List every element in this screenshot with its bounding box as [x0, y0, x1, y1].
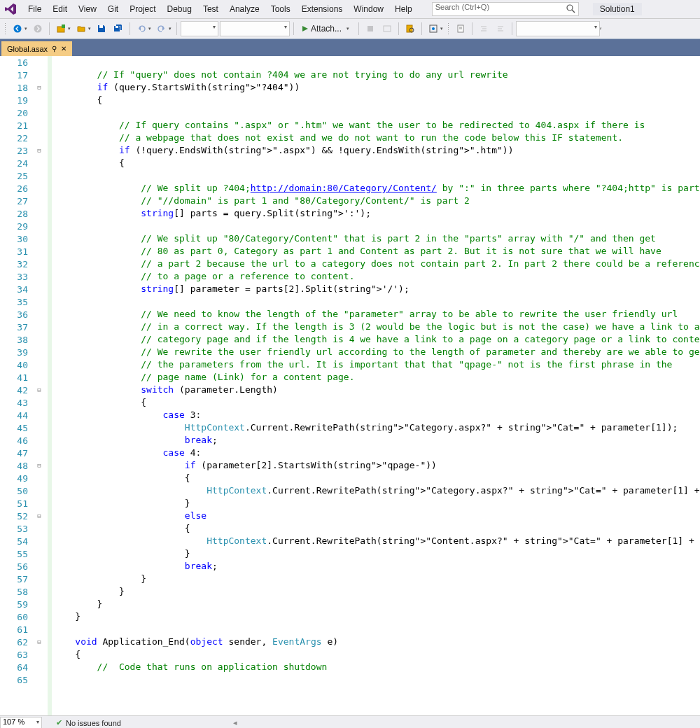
- svg-line-1: [572, 10, 575, 13]
- platform-combo[interactable]: [220, 21, 290, 36]
- menu-view[interactable]: View: [73, 1, 102, 17]
- close-icon[interactable]: ✕: [61, 45, 66, 52]
- toolbar-grip[interactable]: [4, 22, 7, 35]
- attach-button[interactable]: Attach... ▾: [298, 24, 355, 34]
- tool-btn-1: [363, 21, 378, 36]
- svg-rect-6: [99, 25, 103, 28]
- svg-rect-8: [368, 26, 373, 31]
- svg-point-13: [432, 27, 435, 30]
- menu-help[interactable]: Help: [389, 1, 418, 17]
- solution-name[interactable]: Solution1: [593, 3, 642, 15]
- chevron-down-icon[interactable]: ▾: [88, 26, 91, 31]
- new-project-button[interactable]: [53, 21, 69, 36]
- search-placeholder: Search (Ctrl+Q): [435, 3, 489, 11]
- svg-rect-7: [115, 26, 118, 28]
- tab-global-asax[interactable]: Global.asax ⚲ ✕: [1, 41, 72, 56]
- chevron-down-icon[interactable]: ▾: [440, 26, 443, 31]
- undo-button[interactable]: [134, 21, 149, 36]
- editor-footer: 107 % ✔ No issues found ◂: [0, 715, 700, 728]
- config-combo[interactable]: [181, 21, 218, 36]
- menu-project[interactable]: Project: [124, 1, 161, 17]
- tool-btn-3[interactable]: [426, 21, 441, 36]
- code-area[interactable]: // If "query" does not contain ?404 we a…: [52, 56, 700, 715]
- issues-label: No issues found: [66, 719, 121, 727]
- tab-label: Global.asax: [7, 45, 48, 53]
- line-gutter: 161718⊟1920212223⊟2425262728293031323334…: [0, 56, 48, 715]
- chevron-down-icon[interactable]: ▾: [24, 26, 27, 31]
- redo-button[interactable]: [154, 21, 169, 36]
- indent-button: [476, 21, 491, 36]
- svg-rect-5: [62, 24, 65, 28]
- vs-logo-icon: [3, 1, 18, 17]
- toolbar-grip[interactable]: [447, 22, 450, 35]
- menu-edit[interactable]: Edit: [47, 1, 73, 17]
- menu-git[interactable]: Git: [102, 1, 124, 17]
- menu-bar: FileEditViewGitProjectDebugTestAnalyzeTo…: [0, 0, 700, 18]
- svg-point-3: [34, 25, 42, 33]
- svg-point-0: [567, 5, 573, 10]
- search-icon[interactable]: [566, 4, 575, 13]
- tool-btn-4[interactable]: [453, 21, 468, 36]
- tool-btn-2: [379, 21, 395, 36]
- pin-icon[interactable]: ⚲: [52, 45, 57, 52]
- chevron-down-icon[interactable]: ▾: [346, 26, 349, 31]
- code-editor[interactable]: 161718⊟1920212223⊟2425262728293031323334…: [0, 56, 700, 715]
- svg-point-2: [14, 25, 22, 33]
- svg-rect-9: [384, 26, 391, 31]
- save-button[interactable]: [94, 21, 109, 36]
- tail-combo[interactable]: [516, 21, 600, 36]
- save-all-button[interactable]: [111, 21, 126, 36]
- toolbar: ▾ ▾ ▾ ▾ ▾ Attach... ▾ ▾ ▾: [0, 18, 700, 39]
- tab-strip: Global.asax ⚲ ✕: [0, 39, 700, 56]
- menu-analyze[interactable]: Analyze: [224, 1, 265, 17]
- check-icon: ✔: [56, 718, 62, 727]
- zoom-combo[interactable]: 107 %: [0, 717, 42, 729]
- menu-extensions[interactable]: Extensions: [296, 1, 349, 17]
- chevron-down-icon[interactable]: ▾: [68, 26, 71, 31]
- forward-button: [30, 21, 46, 36]
- scroll-left-icon[interactable]: ◂: [233, 718, 237, 727]
- menu-test[interactable]: Test: [197, 1, 224, 17]
- issues-indicator[interactable]: ✔ No issues found: [56, 718, 121, 727]
- search-input[interactable]: Search (Ctrl+Q): [432, 2, 579, 16]
- find-in-files-button[interactable]: [402, 21, 418, 36]
- menu-debug[interactable]: Debug: [162, 1, 197, 17]
- outdent-button: [493, 21, 508, 36]
- back-button[interactable]: [10, 21, 25, 36]
- open-file-button[interactable]: [74, 21, 89, 36]
- menu-window[interactable]: Window: [348, 1, 389, 17]
- menu-tools[interactable]: Tools: [265, 1, 296, 17]
- menu-file[interactable]: File: [22, 1, 47, 17]
